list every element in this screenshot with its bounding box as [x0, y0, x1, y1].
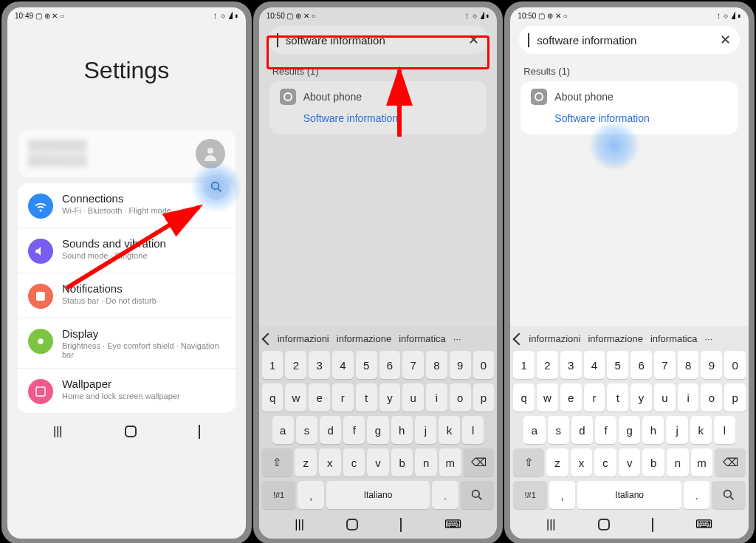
suggestion-collapse-icon[interactable] — [261, 332, 274, 345]
key-3[interactable]: 3 — [309, 351, 330, 379]
key-2[interactable]: 2 — [285, 351, 306, 379]
recents-button[interactable]: ||| — [295, 518, 303, 531]
search-key[interactable] — [712, 481, 746, 509]
key-d[interactable]: d — [571, 416, 593, 444]
more-icon[interactable]: ··· — [451, 332, 464, 346]
backspace-key[interactable]: ⌫ — [715, 448, 746, 477]
space-key[interactable]: Italiano — [577, 481, 681, 509]
suggestion[interactable]: informazione — [585, 332, 645, 346]
suggestion-collapse-icon[interactable] — [513, 332, 526, 345]
key-c[interactable]: c — [343, 448, 365, 477]
key-5[interactable]: 5 — [356, 351, 377, 379]
shift-key[interactable]: ⇧ — [513, 448, 544, 477]
key-8[interactable]: 8 — [426, 351, 447, 379]
key-c[interactable]: c — [594, 448, 616, 477]
comma-key[interactable]: , — [549, 481, 575, 509]
key-k[interactable]: k — [439, 416, 460, 444]
key-1[interactable]: 1 — [513, 351, 535, 379]
period-key[interactable]: . — [684, 481, 709, 509]
key-s[interactable]: s — [548, 416, 569, 444]
avatar[interactable] — [196, 139, 225, 168]
keyboard-switch-icon[interactable]: ⌨ — [444, 517, 461, 531]
key-a[interactable]: a — [272, 416, 294, 444]
key-0[interactable]: 0 — [473, 351, 495, 379]
key-v[interactable]: v — [619, 448, 641, 477]
key-f[interactable]: f — [595, 416, 616, 444]
key-u[interactable]: u — [402, 383, 424, 411]
settings-item-display[interactable]: DisplayBrightness · Eye comfort shield ·… — [18, 318, 236, 369]
key-q[interactable]: q — [513, 383, 535, 411]
key-o[interactable]: o — [701, 383, 722, 411]
key-b[interactable]: b — [391, 448, 413, 477]
period-key[interactable]: . — [432, 481, 458, 509]
home-button[interactable] — [598, 519, 610, 530]
key-g[interactable]: g — [367, 416, 388, 444]
key-4[interactable]: 4 — [332, 351, 354, 379]
key-6[interactable]: 6 — [379, 351, 401, 379]
key-k[interactable]: k — [690, 416, 712, 444]
result-link-software-info[interactable]: Software information — [280, 105, 477, 127]
symbols-key[interactable]: !#1 — [262, 481, 296, 509]
key-9[interactable]: 9 — [701, 351, 722, 379]
key-i[interactable]: i — [426, 383, 447, 411]
key-g[interactable]: g — [619, 416, 640, 444]
key-d[interactable]: d — [320, 416, 341, 444]
key-4[interactable]: 4 — [584, 351, 605, 379]
settings-item-notifications[interactable]: NotificationsStatus bar · Do not disturb — [18, 273, 236, 318]
key-o[interactable]: o — [450, 383, 471, 411]
clear-icon[interactable]: ✕ — [468, 32, 479, 48]
keyboard-switch-icon[interactable]: ⌨ — [695, 517, 712, 531]
home-button[interactable] — [125, 426, 137, 437]
recents-button[interactable]: ||| — [53, 425, 62, 438]
key-z[interactable]: z — [295, 448, 317, 477]
key-n[interactable]: n — [415, 448, 437, 477]
key-s[interactable]: s — [296, 416, 317, 444]
key-n[interactable]: n — [667, 448, 689, 477]
key-p[interactable]: p — [724, 383, 746, 411]
backspace-key[interactable]: ⌫ — [464, 448, 495, 477]
symbols-key[interactable]: !#1 — [513, 481, 547, 509]
key-m[interactable]: m — [439, 448, 461, 477]
search-bar[interactable]: ✕ — [519, 26, 740, 54]
key-h[interactable]: h — [642, 416, 664, 444]
key-y[interactable]: y — [379, 383, 401, 411]
key-t[interactable]: t — [607, 383, 628, 411]
key-7[interactable]: 7 — [402, 351, 424, 379]
key-0[interactable]: 0 — [724, 351, 746, 379]
key-w[interactable]: w — [285, 383, 306, 411]
key-m[interactable]: m — [691, 448, 713, 477]
key-j[interactable]: j — [415, 416, 436, 444]
home-button[interactable] — [346, 519, 358, 530]
key-f[interactable]: f — [343, 416, 365, 444]
keyboard-collapse-button[interactable] — [652, 518, 653, 531]
key-i[interactable]: i — [678, 383, 699, 411]
key-x[interactable]: x — [319, 448, 341, 477]
key-6[interactable]: 6 — [630, 351, 652, 379]
key-p[interactable]: p — [473, 383, 495, 411]
suggestion[interactable]: informatica — [648, 332, 700, 346]
suggestion[interactable]: informazioni — [275, 332, 331, 346]
search-bar[interactable]: ✕ — [268, 26, 489, 54]
key-w[interactable]: w — [537, 383, 558, 411]
key-a[interactable]: a — [523, 416, 545, 444]
key-y[interactable]: y — [630, 383, 652, 411]
key-u[interactable]: u — [654, 383, 676, 411]
key-8[interactable]: 8 — [678, 351, 699, 379]
back-icon[interactable] — [528, 33, 529, 47]
key-9[interactable]: 9 — [450, 351, 471, 379]
key-x[interactable]: x — [571, 448, 593, 477]
key-5[interactable]: 5 — [607, 351, 628, 379]
key-b[interactable]: b — [642, 448, 664, 477]
shift-key[interactable]: ⇧ — [262, 448, 293, 477]
space-key[interactable]: Italiano — [326, 481, 430, 509]
key-1[interactable]: 1 — [262, 351, 284, 379]
key-h[interactable]: h — [391, 416, 413, 444]
suggestion[interactable]: informatica — [396, 332, 448, 346]
result-parent[interactable]: About phone — [280, 89, 477, 105]
clear-icon[interactable]: ✕ — [720, 32, 731, 48]
search-key[interactable] — [461, 481, 495, 509]
key-2[interactable]: 2 — [537, 351, 558, 379]
key-q[interactable]: q — [262, 383, 284, 411]
key-r[interactable]: r — [584, 383, 605, 411]
key-r[interactable]: r — [332, 383, 354, 411]
